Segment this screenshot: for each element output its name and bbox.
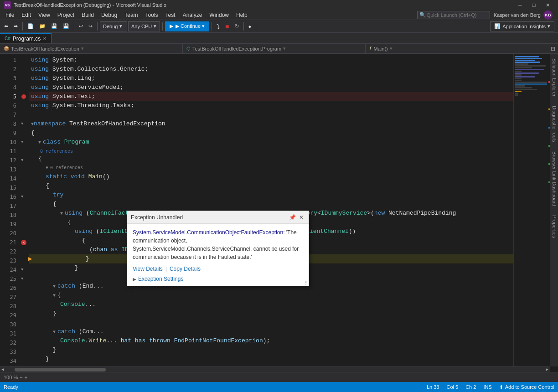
browser-link-tab[interactable]: Browser Link Dashboard [551,147,558,211]
redo-button[interactable]: ↪ [86,21,95,31]
exception-close-button[interactable]: ✕ [298,214,305,221]
code-line-6: using System.Threading.Tasks; [29,101,513,110]
back-button[interactable]: ⬅ [2,21,10,31]
menu-project[interactable]: Project [54,10,78,20]
resize-handle[interactable]: ⠿ [303,280,309,286]
menu-help[interactable]: Help [232,10,251,20]
ref-line-10: 0 references [29,147,513,154]
status-bar: Ready Ln 33 Col 5 Ch 2 INS ⬆ Add to Sour… [0,382,558,392]
code-line-32: } [29,355,513,364]
user-name: Kasper van den Berg [494,12,541,18]
tab-bar: C# Program.cs ✕ [0,33,558,44]
collapse-all-button[interactable]: ⊟ [548,44,558,54]
breakpoints-button[interactable]: ● [246,21,254,31]
location-bar: 📦 TestBreakOfHandledException ▾ ⬡ TestBr… [0,44,558,54]
menu-test[interactable]: Test [162,10,179,20]
open-button[interactable]: 📁 [37,21,48,31]
horizontal-scrollbar[interactable]: ◀ ▶ [0,366,550,372]
step-over-button[interactable]: ⤵ [214,21,222,31]
breakpoint-line5[interactable] [21,94,26,99]
link-separator: | [165,266,167,272]
code-line-26: Console... [29,300,513,309]
status-ch[interactable]: Ch 2 [465,384,476,390]
code-line-3: using System.Linq; [29,74,513,83]
code-line-10: ▼class Program [29,138,513,147]
add-source-control-button[interactable]: ⬆ Add to Source Control [499,384,554,390]
new-file-button[interactable]: 📄 [25,21,36,31]
user-avatar[interactable]: KB [543,10,553,20]
code-line-11: { [29,154,513,163]
continue-button[interactable]: ▶▶ Continue▾ [165,21,209,31]
app-insights-button[interactable]: 📊 Application Insights ▾ [490,21,554,31]
source-control-icon: ⬆ [499,384,503,390]
tab-label: Program.cs [13,36,41,42]
save-button[interactable]: 💾 [49,21,60,31]
diagnostic-tools-tab[interactable]: Diagnostic Tools [551,101,558,147]
zoom-value: 100 % [4,375,18,380]
quick-launch-input[interactable] [426,12,485,18]
app-insights-icon: 📊 [494,23,501,29]
code-line-12: ▼0 references [29,163,513,172]
status-line[interactable]: Ln 33 [427,384,439,390]
code-line-14: try [29,191,513,200]
debug-mode-dropdown[interactable]: Debug▾ [100,21,127,31]
tab-program-cs[interactable]: C# Program.cs ✕ [0,33,52,43]
solution-explorer-tab[interactable]: Solution Explorer [551,54,558,101]
code-line-13: { [29,181,513,191]
restart-button[interactable]: ↻ [232,21,241,31]
menu-analyze[interactable]: Analyze [179,10,206,20]
code-line-8: ▼namespace TestBreakOfHandledException [29,119,513,129]
undo-button[interactable]: ↩ [77,21,85,31]
properties-tab[interactable]: Properties [551,211,558,242]
line-numbers: 1 2 3 4 5 6 7 8 9 10 11 12 13 14 [0,54,20,366]
zoom-increase-button[interactable]: + [25,375,27,380]
exception-settings-label: Exception Settings [138,276,183,282]
title-bar: VS TestBreakOfHandledException (Debuggin… [0,0,558,10]
platform-dropdown[interactable]: Any CPU▾ [128,21,160,31]
zoom-decrease-button[interactable]: − [20,375,22,380]
code-line-12b: static void Main() [29,172,513,181]
menu-window[interactable]: Window [206,10,232,20]
code-line-30: Console.Write... hat has thrown EndPoint… [29,336,513,346]
menu-build[interactable]: Build [78,10,98,20]
menu-view[interactable]: View [35,10,54,20]
code-line-4: using System.ServiceModel; [29,83,513,92]
class-breadcrumb[interactable]: ⬡ TestBreakOfHandledException.Program ▾ [183,44,366,53]
code-line-31: } [29,346,513,355]
status-ins[interactable]: INS [483,384,491,390]
menu-team[interactable]: Team [121,10,141,20]
vs-logo: VS [4,1,11,9]
exception-dialog-titlebar: Exception Unhandled 📌 ✕ [127,211,309,224]
settings-arrow-icon: ▶ [133,277,136,282]
code-line-9: { [29,129,513,138]
pin-icon[interactable]: 📌 [289,214,296,221]
tab-close-icon[interactable]: ✕ [43,36,46,41]
exception-message: System.ServiceModel.CommunicationObjectF… [133,228,303,261]
file-icon: C# [5,36,10,41]
menu-debug[interactable]: Debug [98,10,121,20]
copy-details-link[interactable]: Copy Details [170,266,201,272]
code-gutter: ▼ ▼ ▼ ▼ [20,54,27,366]
forward-button[interactable]: ➡ [11,21,20,31]
code-editor[interactable]: 1 2 3 4 5 6 7 8 9 10 11 12 13 14 [0,54,550,366]
menu-bar: File Edit View Project Build Debug Team … [0,10,558,20]
code-lines[interactable]: using System; using System.Collections.G… [27,54,513,366]
title-text: TestBreakOfHandledException (Debugging) … [14,2,166,8]
view-details-link[interactable]: View Details [133,266,163,272]
menu-edit[interactable]: Edit [18,10,35,20]
exception-breakpoint-icon[interactable]: ✕ [21,240,26,245]
maximize-button[interactable]: □ [527,0,541,10]
close-button[interactable]: ✕ [541,0,554,10]
stop-button[interactable]: ■ [223,21,231,31]
menu-tools[interactable]: Tools [142,10,162,20]
project-breadcrumb[interactable]: 📦 TestBreakOfHandledException ▾ [0,44,183,53]
method-breadcrumb[interactable]: ƒ Main() ▾ [366,44,548,53]
exception-settings[interactable]: ▶ Exception Settings [127,274,309,286]
zoom-bar: 100 % − + [0,372,558,382]
code-line-28 [29,318,513,327]
status-ready: Ready [4,384,18,390]
menu-file[interactable]: File [2,10,18,20]
save-all-button[interactable]: 💾 [61,21,72,31]
minimize-button[interactable]: ─ [513,0,527,10]
status-col[interactable]: Col 5 [446,384,458,390]
